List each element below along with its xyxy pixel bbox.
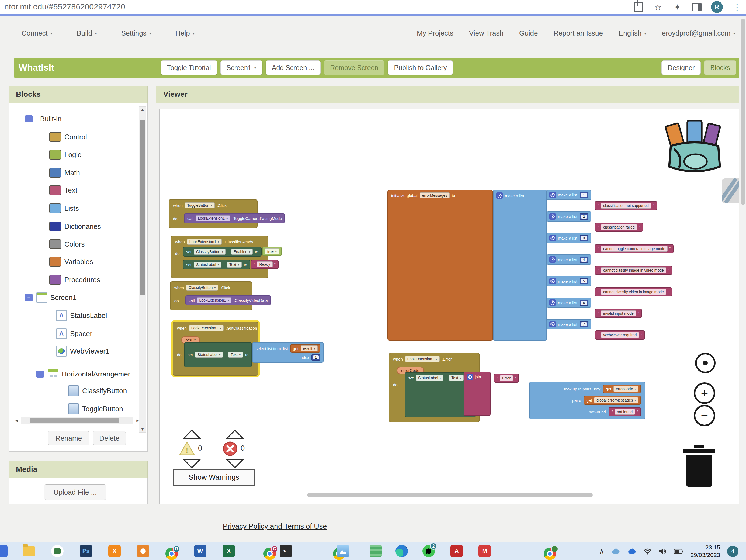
menu-report-issue[interactable]: Report an Issue — [553, 29, 603, 37]
error-pair-row[interactable]: make a list 5 " cannot classify video in… — [546, 276, 739, 298]
bookmark-star-icon[interactable]: ☆ — [653, 2, 663, 12]
mutator-gear-icon[interactable] — [549, 256, 556, 263]
tree-item-text[interactable]: Text — [49, 184, 77, 196]
collapse-icon[interactable]: − — [25, 294, 33, 301]
palette-vertical-scrollbar[interactable]: ▲ ▼ — [139, 107, 146, 432]
block-number[interactable]: 4 — [579, 257, 589, 263]
remove-screen-button[interactable]: Remove Screen — [324, 60, 384, 75]
mutator-gear-icon[interactable] — [467, 374, 473, 380]
block-get-errorcode[interactable]: get errorCode ▾ — [603, 385, 641, 393]
tree-item-webviewer[interactable]: WebViewer1 — [56, 345, 109, 357]
taskbar-clock[interactable]: 23.15 29/03/2023 — [690, 544, 720, 559]
tree-item-procedures[interactable]: Procedures — [49, 274, 100, 286]
block-text-error-message[interactable]: " cannot classify video in image mode " — [595, 287, 672, 297]
variable-dropdown[interactable]: errorCode ▾ — [613, 386, 638, 392]
publish-gallery-button[interactable]: Publish to Gallery — [388, 60, 453, 75]
collapse-icon[interactable]: − — [36, 370, 45, 377]
block-logic-true[interactable]: true ▾ — [262, 247, 282, 256]
palette-scrollbar-thumb[interactable] — [140, 120, 145, 295]
error-collapse-up-icon[interactable] — [226, 429, 245, 440]
show-warnings-button[interactable]: Show Warnings — [173, 469, 255, 486]
property-dropdown[interactable]: Enabled ▾ — [231, 249, 253, 255]
menu-settings[interactable]: Settings ▾ — [121, 29, 151, 37]
tree-item-lists[interactable]: Lists — [49, 202, 79, 214]
component-dropdown[interactable]: LookExtension1 ▾ — [196, 215, 230, 221]
terminal-icon[interactable]: >_ — [280, 545, 292, 557]
address-bar[interactable]: ntor.mit.edu/#5527862002974720 — [4, 2, 125, 11]
tree-item-logic[interactable]: Logic — [49, 149, 81, 161]
scroll-down-icon[interactable]: ▼ — [139, 427, 146, 432]
block-initialize-global-errormessages[interactable]: initialize global errorMessages to — [388, 190, 493, 341]
block-number-index[interactable]: 1 — [311, 354, 320, 361]
mutator-gear-icon[interactable] — [549, 192, 556, 198]
menu-help[interactable]: Help ▾ — [175, 29, 195, 37]
logic-value-dropdown[interactable]: true ▾ — [265, 249, 279, 254]
mendeley-icon[interactable]: M — [479, 545, 491, 557]
mutator-gear-icon[interactable] — [549, 321, 556, 328]
chrome-icon-profile-1[interactable]: R — [165, 548, 178, 560]
error-pair-row[interactable]: make a list 3 " cannot toggle camera in … — [546, 233, 739, 254]
zoom-in-control[interactable]: + — [694, 383, 715, 404]
property-dropdown[interactable]: Text ▾ — [228, 352, 243, 358]
designer-view-button[interactable]: Designer — [661, 60, 701, 75]
whatsapp-icon[interactable]: 2 — [423, 545, 435, 557]
chrome-icon-profile-2[interactable]: C — [263, 548, 276, 560]
component-dropdown[interactable]: StatusLabel ▾ — [194, 262, 222, 268]
acrobat-icon[interactable]: A — [451, 545, 463, 557]
block-set-statuslabel-selectitem[interactable]: set StatusLabel ▾ . Text ▾ to select lis… — [184, 342, 323, 367]
zoom-out-control[interactable]: − — [694, 405, 715, 426]
tree-item-statuslabel[interactable]: A StatusLabel — [56, 310, 107, 321]
menu-language[interactable]: English ▾ — [619, 29, 646, 37]
mutator-gear-icon[interactable] — [549, 300, 556, 306]
side-widget-handle[interactable] — [722, 178, 739, 203]
scroll-up-icon[interactable]: ▲ — [139, 107, 146, 112]
browser-profile-avatar[interactable]: R — [711, 1, 723, 13]
component-dropdown[interactable]: ClassifyButton ▾ — [186, 285, 218, 290]
warning-collapse-up-icon[interactable] — [182, 429, 201, 440]
page-scrollbar[interactable] — [740, 16, 746, 542]
tree-item-variables[interactable]: Variables — [49, 256, 93, 268]
tree-item-colors[interactable]: Colors — [49, 238, 85, 250]
component-dropdown[interactable]: StatusLabel ▾ — [416, 375, 443, 381]
block-call-togglecamera[interactable]: call LookExtension1 ▾ .ToggleCameraFacin… — [184, 214, 285, 223]
component-dropdown[interactable]: ClassifyButton ▾ — [194, 249, 226, 255]
rename-button[interactable]: Rename — [48, 431, 89, 445]
edge-icon[interactable] — [396, 545, 408, 557]
block-number[interactable]: 6 — [579, 300, 589, 306]
block-select-list-item[interactable]: select list item list get result ▾ index… — [252, 342, 323, 363]
palette-horizontal-scrollbar[interactable]: ◄ ► — [14, 417, 140, 425]
browser-menu-icon[interactable]: ⋮ — [732, 2, 742, 12]
block-text-error-message[interactable]: " cannot classify image in video mode " — [595, 266, 672, 275]
photos-icon[interactable] — [337, 545, 349, 557]
scroll-right-icon[interactable]: ► — [136, 418, 140, 423]
file-explorer-icon[interactable] — [23, 545, 35, 557]
block-number[interactable]: 1 — [579, 192, 589, 198]
block-when-classifier-ready[interactable]: when LookExtension1 ▾ .ClassifierReady d… — [171, 235, 268, 278]
block-text-error-message[interactable]: " Webviewer required " — [595, 330, 645, 340]
tree-item-dictionaries[interactable]: Dictionaries — [49, 220, 101, 232]
tree-item-math[interactable]: Math — [49, 167, 80, 179]
block-join[interactable]: join — [464, 372, 491, 416]
component-dropdown[interactable]: ToggleButton ▾ — [185, 202, 215, 208]
component-dropdown[interactable]: StatusLabel ▾ — [195, 352, 223, 358]
component-dropdown[interactable]: LookExtension1 ▾ — [189, 325, 224, 331]
error-pair-row[interactable]: make a list 2 " classification failed " — [546, 211, 739, 233]
add-screen-button[interactable]: Add Screen ... — [266, 60, 321, 75]
menu-account[interactable]: eroydprof@gmail.com ▾ — [662, 29, 735, 37]
collapse-icon[interactable]: − — [25, 115, 33, 122]
tree-item-spacer[interactable]: A Spacer — [56, 328, 92, 340]
side-panel-icon[interactable] — [692, 2, 702, 12]
tree-node-screen1[interactable]: − Screen1 — [25, 291, 77, 303]
block-text-error-message[interactable]: " cannot toggle camera in image mode " — [595, 244, 673, 253]
block-number[interactable]: 3 — [579, 235, 589, 241]
cloud-sync-icon[interactable] — [611, 548, 621, 555]
battery-icon[interactable] — [674, 549, 684, 554]
block-make-a-list-outer[interactable]: make a list — [493, 190, 547, 341]
block-set-classifybutton-enabled[interactable]: set ClassifyButton ▾ . Enabled ▾ to true… — [183, 247, 282, 257]
error-pair-row[interactable]: make a list 6 " invalid input mode " — [546, 298, 739, 319]
toggle-tutorial-button[interactable]: Toggle Tutorial — [161, 60, 217, 75]
hidden-icons-chevron[interactable]: ∧ — [599, 547, 604, 555]
tree-item-togglebutton[interactable]: ToggleButton — [68, 403, 123, 415]
backpack-icon[interactable] — [664, 119, 725, 175]
delete-button[interactable]: Delete — [93, 431, 126, 445]
